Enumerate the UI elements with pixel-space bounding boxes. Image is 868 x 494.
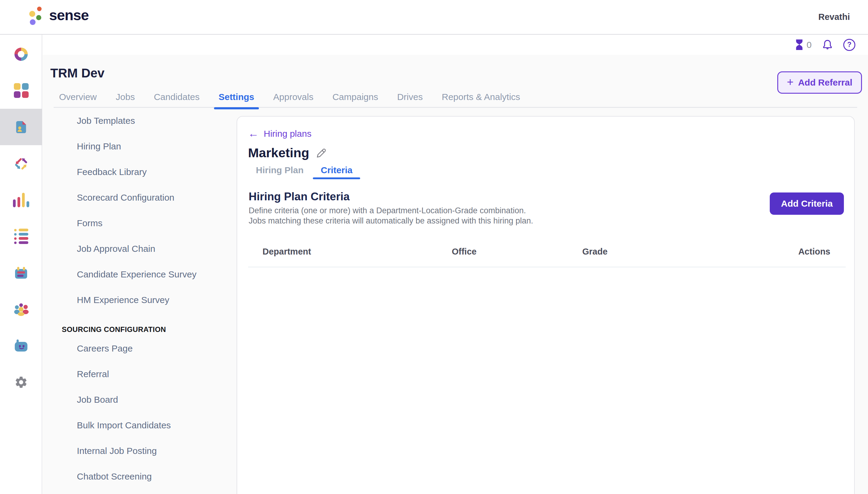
candidates-file-icon bbox=[15, 120, 27, 134]
tab-jobs[interactable]: Jobs bbox=[111, 86, 139, 108]
task-list-icon bbox=[14, 227, 28, 246]
question-mark-icon: ? bbox=[847, 41, 851, 49]
sidebar-item-lists[interactable] bbox=[0, 218, 42, 254]
column-office: Office bbox=[452, 246, 477, 256]
gear-icon bbox=[14, 375, 28, 389]
sidebar-item-analytics[interactable] bbox=[0, 182, 42, 218]
sidebar-item-settings[interactable] bbox=[0, 364, 42, 400]
criteria-description-line2: Jobs matching these criteria will automa… bbox=[248, 216, 533, 226]
logo-dot-yellow bbox=[29, 11, 35, 17]
donut-chart-icon bbox=[15, 48, 28, 61]
logo-dot-green bbox=[36, 15, 41, 20]
app-window: sense Revathi bbox=[0, 0, 868, 494]
menu-item-job-approval-chain[interactable]: Job Approval Chain bbox=[62, 236, 230, 262]
workspace-tabs: Overview Jobs Candidates Settings Approv… bbox=[54, 86, 857, 108]
criteria-table-header: Department Office Grade Actions bbox=[237, 246, 854, 259]
tab-overview[interactable]: Overview bbox=[55, 86, 101, 108]
icon-sidebar bbox=[0, 35, 42, 494]
content-area: TRM Dev Overview Jobs Candidates Setting… bbox=[43, 55, 868, 494]
logo-dot-purple bbox=[30, 19, 36, 25]
tasks-indicator[interactable]: 0 bbox=[795, 39, 812, 51]
logo-text: sense bbox=[49, 7, 89, 23]
menu-item-chatbot-screening[interactable]: Chatbot Screening bbox=[62, 463, 230, 489]
sidebar-item-chatbot[interactable] bbox=[0, 327, 42, 364]
criteria-description: Define criteria (one or more) with a Dep… bbox=[248, 205, 533, 226]
tasks-count: 0 bbox=[807, 40, 812, 50]
logo-dot-orange bbox=[37, 7, 42, 11]
user-name[interactable]: Revathi bbox=[818, 0, 850, 34]
sidebar-item-apps[interactable] bbox=[0, 72, 42, 109]
page-title: TRM Dev bbox=[50, 66, 105, 80]
add-criteria-button[interactable]: Add Criteria bbox=[770, 192, 844, 215]
plan-title-row: Marketing bbox=[248, 146, 327, 160]
menu-item-candidate-experience-survey[interactable]: Candidate Experience Survey bbox=[62, 262, 230, 287]
back-link[interactable]: ← Hiring plans bbox=[248, 129, 311, 139]
menu-item-feedback-library[interactable]: Feedback Library bbox=[62, 159, 230, 185]
tab-settings[interactable]: Settings bbox=[214, 86, 259, 108]
menu-item-job-board[interactable]: Job Board bbox=[62, 387, 230, 412]
menu-item-referral[interactable]: Referral bbox=[62, 361, 230, 387]
edit-plan-button[interactable] bbox=[316, 148, 327, 158]
sidebar-item-dashboard[interactable] bbox=[0, 36, 42, 72]
top-bar: sense Revathi bbox=[0, 0, 868, 35]
sourcing-configuration-header: SOURCING CONFIGURATION bbox=[62, 313, 230, 336]
bar-chart-icon bbox=[13, 193, 29, 207]
criteria-description-line1: Define criteria (one or more) with a Dep… bbox=[248, 205, 533, 216]
apps-grid-icon bbox=[14, 83, 29, 98]
menu-item-hiring-plan[interactable]: Hiring Plan bbox=[62, 133, 230, 159]
plan-name: Marketing bbox=[248, 146, 309, 160]
help-button[interactable]: ? bbox=[843, 39, 855, 51]
tab-criteria[interactable]: Criteria bbox=[313, 161, 360, 179]
column-actions: Actions bbox=[798, 246, 830, 256]
chatbot-icon bbox=[14, 339, 28, 353]
criteria-heading: Hiring Plan Criteria bbox=[248, 190, 350, 203]
table-header-divider bbox=[248, 267, 846, 267]
menu-item-job-templates[interactable]: Job Templates bbox=[62, 108, 230, 133]
pencil-icon bbox=[316, 148, 327, 158]
menu-item-scorecard-configuration[interactable]: Scorecard Configuration bbox=[62, 185, 230, 210]
utility-bar: 0 ? bbox=[43, 35, 868, 55]
sidebar-item-calendar[interactable] bbox=[0, 254, 42, 291]
add-referral-button[interactable]: + Add Referral bbox=[777, 71, 862, 94]
bell-icon bbox=[822, 39, 833, 51]
menu-item-forms[interactable]: Forms bbox=[62, 210, 230, 236]
hourglass-icon bbox=[795, 39, 804, 51]
menu-item-hm-experience-survey[interactable]: HM Experience Survey bbox=[62, 287, 230, 313]
tab-campaigns[interactable]: Campaigns bbox=[328, 86, 383, 108]
settings-menu: Job Templates Hiring Plan Feedback Libra… bbox=[62, 108, 230, 489]
plan-tabs: Hiring Plan Criteria bbox=[248, 161, 360, 179]
tab-candidates[interactable]: Candidates bbox=[149, 86, 204, 108]
sidebar-item-exchange[interactable] bbox=[0, 145, 42, 182]
tab-reports-analytics[interactable]: Reports & Analytics bbox=[437, 86, 525, 108]
sense-logo[interactable]: sense bbox=[29, 4, 119, 30]
tab-approvals[interactable]: Approvals bbox=[269, 86, 318, 108]
sidebar-item-candidates[interactable] bbox=[0, 109, 42, 145]
menu-item-internal-job-posting[interactable]: Internal Job Posting bbox=[62, 438, 230, 463]
exchange-arrows-icon bbox=[14, 157, 28, 170]
tab-drives[interactable]: Drives bbox=[393, 86, 427, 108]
back-arrow-icon: ← bbox=[248, 128, 259, 139]
notifications-button[interactable] bbox=[822, 39, 833, 51]
team-icon bbox=[14, 303, 29, 316]
tab-hiring-plan[interactable]: Hiring Plan bbox=[248, 161, 311, 179]
plus-icon: + bbox=[787, 76, 794, 89]
hiring-plan-panel: ← Hiring plans Marketing Hiring Plan Cri… bbox=[237, 116, 855, 494]
sidebar-item-team[interactable] bbox=[0, 291, 42, 327]
menu-item-bulk-import-candidates[interactable]: Bulk Import Candidates bbox=[62, 412, 230, 438]
menu-item-careers-page[interactable]: Careers Page bbox=[62, 336, 230, 361]
column-grade: Grade bbox=[582, 246, 608, 256]
calendar-icon bbox=[14, 266, 28, 280]
add-referral-label: Add Referral bbox=[798, 77, 852, 88]
back-link-label: Hiring plans bbox=[264, 129, 311, 139]
column-department: Department bbox=[262, 246, 311, 256]
